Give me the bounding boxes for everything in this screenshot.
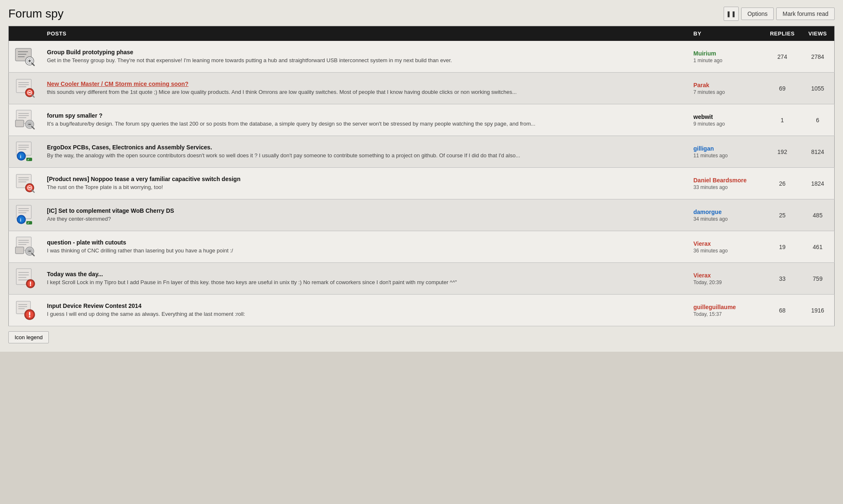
pause-button[interactable]: ❚❚ [724, 7, 739, 21]
post-time: 1 minute ago [694, 58, 759, 63]
options-button[interactable]: Options [741, 8, 774, 20]
post-replies: 1 [764, 104, 801, 136]
post-author[interactable]: gilligan [694, 145, 759, 152]
post-replies: 26 [764, 168, 801, 199]
post-views: 6 [801, 104, 835, 136]
post-time: 36 minutes ago [694, 248, 759, 254]
post-excerpt: By the way, the analogy with the open so… [47, 152, 684, 159]
post-by-cell: Vierax36 minutes ago [689, 231, 764, 263]
svg-text:✓: ✓ [27, 158, 30, 161]
post-views: 1916 [801, 295, 835, 326]
post-icon-cell [9, 263, 42, 295]
post-by-cell: VieraxToday, 20:39 [689, 263, 764, 295]
post-icon-cell: i ✓ [9, 136, 42, 168]
page-title: Forum spy [8, 7, 63, 20]
post-title: forum spy smaller ? [47, 112, 684, 119]
post-icon-cell [9, 231, 42, 263]
post-views: 8124 [801, 136, 835, 168]
post-title: question - plate with cutouts [47, 239, 684, 246]
table-row: New Cooler Master / CM Storm mice coming… [9, 73, 835, 104]
post-content-cell: New Cooler Master / CM Storm mice coming… [42, 73, 689, 104]
post-views: 759 [801, 263, 835, 295]
post-by-cell: damorgue34 minutes ago [689, 199, 764, 231]
post-icon: i ✓ [15, 204, 36, 225]
post-title: ErgoDox PCBs, Cases, Electronics and Ass… [47, 144, 684, 151]
post-icon-cell [9, 73, 42, 104]
icon-legend-button[interactable]: Icon legend [8, 331, 49, 343]
table-row: [Product news] Noppoo tease a very famil… [9, 168, 835, 199]
post-title: Group Build prototyping phase [47, 49, 684, 55]
forum-table: POSTS BY REPLIES VIEWS Group Build proto… [8, 26, 835, 326]
table-row: Input Device Review Contest 2014I guess … [9, 295, 835, 326]
post-by-cell: webwit9 minutes ago [689, 104, 764, 136]
post-by-cell: guilleguillaumeToday, 15:37 [689, 295, 764, 326]
post-author[interactable]: guilleguillaume [694, 304, 759, 310]
post-by-cell: Daniel Beardsmore33 minutes ago [689, 168, 764, 199]
post-author[interactable]: Vierax [694, 240, 759, 247]
post-content-cell: Today was the day...I kept Scroll Lock i… [42, 263, 689, 295]
header-row: Forum spy ❚❚ Options Mark forums read [8, 7, 835, 21]
table-row: i ✓ [IC] Set to complement vitage WoB Ch… [9, 199, 835, 231]
post-author[interactable]: Parak [694, 82, 759, 88]
col-header-by: BY [689, 26, 764, 41]
post-title-link[interactable]: New Cooler Master / CM Storm mice coming… [47, 81, 189, 87]
post-title[interactable]: New Cooler Master / CM Storm mice coming… [47, 81, 684, 87]
post-title: Input Device Review Contest 2014 [47, 302, 684, 309]
post-icon [15, 267, 36, 289]
post-excerpt: this sounds very different from the 1st … [47, 88, 684, 96]
svg-text:✓: ✓ [27, 222, 30, 224]
post-views: 2784 [801, 41, 835, 73]
post-content-cell: Input Device Review Contest 2014I guess … [42, 295, 689, 326]
svg-rect-22 [15, 120, 24, 127]
post-views: 1055 [801, 73, 835, 104]
svg-text:i: i [20, 154, 21, 159]
post-icon [15, 299, 36, 320]
post-icon [15, 108, 36, 130]
post-list: Group Build prototyping phaseGet in the … [9, 41, 835, 326]
post-by-cell: gilligan11 minutes ago [689, 136, 764, 168]
col-header-posts: POSTS [42, 26, 689, 41]
footer: Icon legend [8, 326, 835, 343]
table-row: Group Build prototyping phaseGet in the … [9, 41, 835, 73]
table-row: forum spy smaller ?It's a bug/feature/by… [9, 104, 835, 136]
post-icon: i ✓ [15, 140, 36, 162]
post-replies: 33 [764, 263, 801, 295]
col-header-replies: REPLIES [764, 26, 801, 41]
post-by-cell: Parak7 minutes ago [689, 73, 764, 104]
post-title: [IC] Set to complement vitage WoB Cherry… [47, 207, 684, 214]
post-title: Today was the day... [47, 271, 684, 277]
post-replies: 25 [764, 199, 801, 231]
post-author[interactable]: Vierax [694, 272, 759, 279]
post-author[interactable]: webwit [694, 113, 759, 120]
post-excerpt: The rust on the Topre plate is a bit wor… [47, 184, 684, 191]
header-actions: ❚❚ Options Mark forums read [724, 7, 835, 21]
post-icon-cell [9, 104, 42, 136]
post-content-cell: [Product news] Noppoo tease a very famil… [42, 168, 689, 199]
svg-point-71 [30, 285, 31, 286]
post-replies: 19 [764, 231, 801, 263]
post-excerpt: I kept Scroll Lock in my Tipro but I add… [47, 279, 684, 286]
post-author[interactable]: damorgue [694, 209, 759, 215]
post-time: 34 minutes ago [694, 216, 759, 222]
svg-text:i: i [20, 217, 21, 222]
col-header-views: VIEWS [801, 26, 835, 41]
post-icon [15, 235, 36, 257]
mark-forums-read-button[interactable]: Mark forums read [776, 8, 835, 20]
post-views: 1824 [801, 168, 835, 199]
post-content-cell: Group Build prototyping phaseGet in the … [42, 41, 689, 73]
post-icon [15, 172, 36, 194]
post-author[interactable]: Muirium [694, 50, 759, 57]
post-icon-cell: i ✓ [9, 199, 42, 231]
post-time: 33 minutes ago [694, 184, 759, 190]
post-content-cell: [IC] Set to complement vitage WoB Cherry… [42, 199, 689, 231]
post-author[interactable]: Daniel Beardsmore [694, 177, 759, 184]
post-excerpt: Are they center-stemmed? [47, 215, 684, 223]
post-time: 9 minutes ago [694, 121, 759, 127]
table-header: POSTS BY REPLIES VIEWS [9, 26, 835, 41]
svg-point-79 [29, 316, 30, 318]
table-row: question - plate with cutoutsI was think… [9, 231, 835, 263]
post-excerpt: I guess I will end up doing the same as … [47, 310, 684, 318]
post-time: Today, 15:37 [694, 311, 759, 317]
post-icon-cell [9, 295, 42, 326]
post-replies: 68 [764, 295, 801, 326]
